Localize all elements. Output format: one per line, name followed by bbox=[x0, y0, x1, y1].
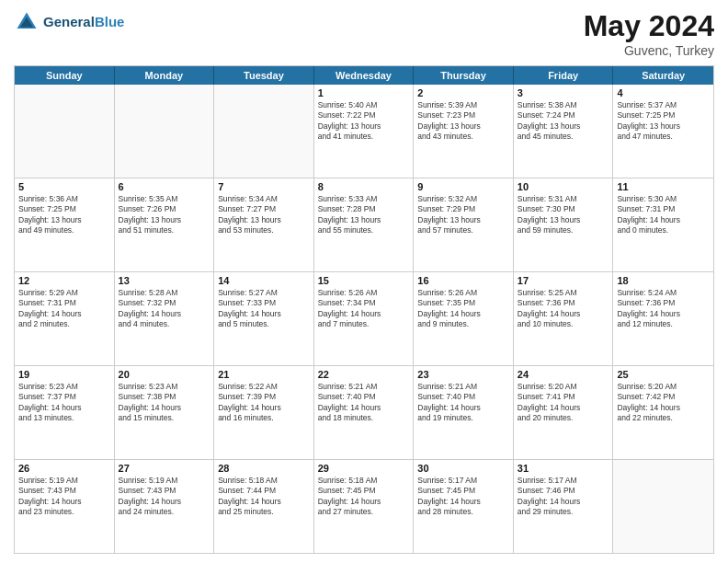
day-number: 23 bbox=[417, 369, 509, 380]
day-number: 2 bbox=[417, 87, 509, 98]
calendar-body: 1Sunrise: 5:40 AM Sunset: 7:22 PM Daylig… bbox=[15, 85, 713, 553]
calendar-row-2: 12Sunrise: 5:29 AM Sunset: 7:31 PM Dayli… bbox=[15, 271, 713, 365]
day-number: 17 bbox=[518, 275, 609, 286]
logo-icon bbox=[14, 9, 40, 35]
day-info: Sunrise: 5:19 AM Sunset: 7:43 PM Dayligh… bbox=[119, 476, 210, 518]
day-info: Sunrise: 5:26 AM Sunset: 7:34 PM Dayligh… bbox=[318, 288, 410, 330]
day-number: 19 bbox=[18, 369, 110, 380]
empty-cell bbox=[15, 85, 115, 178]
day-cell-22: 22Sunrise: 5:21 AM Sunset: 7:40 PM Dayli… bbox=[314, 366, 415, 459]
day-cell-16: 16Sunrise: 5:26 AM Sunset: 7:35 PM Dayli… bbox=[414, 272, 514, 365]
day-info: Sunrise: 5:34 AM Sunset: 7:27 PM Dayligh… bbox=[218, 194, 310, 236]
empty-cell bbox=[214, 85, 314, 178]
day-info: Sunrise: 5:32 AM Sunset: 7:29 PM Dayligh… bbox=[417, 194, 509, 236]
day-cell-9: 9Sunrise: 5:32 AM Sunset: 7:29 PM Daylig… bbox=[414, 178, 514, 271]
day-cell-10: 10Sunrise: 5:31 AM Sunset: 7:30 PM Dayli… bbox=[514, 178, 614, 271]
day-number: 21 bbox=[218, 369, 310, 380]
day-number: 29 bbox=[318, 463, 410, 474]
day-info: Sunrise: 5:33 AM Sunset: 7:28 PM Dayligh… bbox=[318, 194, 410, 236]
empty-cell bbox=[613, 460, 713, 553]
header-day-friday: Friday bbox=[514, 66, 614, 85]
day-cell-2: 2Sunrise: 5:39 AM Sunset: 7:23 PM Daylig… bbox=[414, 85, 514, 178]
day-number: 14 bbox=[218, 275, 310, 286]
day-info: Sunrise: 5:20 AM Sunset: 7:41 PM Dayligh… bbox=[518, 382, 609, 424]
day-info: Sunrise: 5:18 AM Sunset: 7:44 PM Dayligh… bbox=[218, 476, 310, 518]
empty-cell bbox=[115, 85, 215, 178]
day-number: 5 bbox=[18, 181, 110, 192]
day-info: Sunrise: 5:18 AM Sunset: 7:45 PM Dayligh… bbox=[318, 476, 410, 518]
day-cell-18: 18Sunrise: 5:24 AM Sunset: 7:36 PM Dayli… bbox=[613, 272, 713, 365]
month-year: May 2024 bbox=[584, 9, 714, 43]
day-number: 11 bbox=[617, 181, 710, 192]
day-cell-24: 24Sunrise: 5:20 AM Sunset: 7:41 PM Dayli… bbox=[514, 366, 614, 459]
day-number: 8 bbox=[318, 181, 410, 192]
day-cell-30: 30Sunrise: 5:17 AM Sunset: 7:45 PM Dayli… bbox=[414, 460, 514, 553]
day-cell-26: 26Sunrise: 5:19 AM Sunset: 7:43 PM Dayli… bbox=[15, 460, 115, 553]
day-number: 3 bbox=[518, 87, 609, 98]
day-number: 7 bbox=[218, 181, 310, 192]
logo: GeneralBlue bbox=[14, 9, 124, 35]
header-day-sunday: Sunday bbox=[15, 66, 115, 85]
day-info: Sunrise: 5:20 AM Sunset: 7:42 PM Dayligh… bbox=[617, 382, 710, 424]
calendar: SundayMondayTuesdayWednesdayThursdayFrid… bbox=[14, 65, 714, 554]
day-info: Sunrise: 5:25 AM Sunset: 7:36 PM Dayligh… bbox=[518, 288, 609, 330]
day-number: 24 bbox=[518, 369, 609, 380]
day-cell-6: 6Sunrise: 5:35 AM Sunset: 7:26 PM Daylig… bbox=[115, 178, 215, 271]
day-number: 10 bbox=[518, 181, 609, 192]
day-number: 30 bbox=[417, 463, 509, 474]
day-cell-21: 21Sunrise: 5:22 AM Sunset: 7:39 PM Dayli… bbox=[214, 366, 314, 459]
day-cell-23: 23Sunrise: 5:21 AM Sunset: 7:40 PM Dayli… bbox=[414, 366, 514, 459]
title-block: May 2024 Guvenc, Turkey bbox=[584, 9, 714, 58]
page: GeneralBlue May 2024 Guvenc, Turkey Sund… bbox=[0, 0, 728, 563]
day-number: 25 bbox=[617, 369, 710, 380]
day-cell-8: 8Sunrise: 5:33 AM Sunset: 7:28 PM Daylig… bbox=[314, 178, 415, 271]
day-number: 1 bbox=[318, 87, 410, 98]
day-info: Sunrise: 5:30 AM Sunset: 7:31 PM Dayligh… bbox=[617, 194, 710, 236]
day-cell-14: 14Sunrise: 5:27 AM Sunset: 7:33 PM Dayli… bbox=[214, 272, 314, 365]
day-info: Sunrise: 5:38 AM Sunset: 7:24 PM Dayligh… bbox=[518, 100, 609, 143]
day-cell-15: 15Sunrise: 5:26 AM Sunset: 7:34 PM Dayli… bbox=[314, 272, 415, 365]
day-cell-20: 20Sunrise: 5:23 AM Sunset: 7:38 PM Dayli… bbox=[115, 366, 215, 459]
header-day-thursday: Thursday bbox=[414, 66, 514, 85]
day-cell-31: 31Sunrise: 5:17 AM Sunset: 7:46 PM Dayli… bbox=[514, 460, 614, 553]
day-number: 4 bbox=[617, 87, 710, 98]
day-cell-19: 19Sunrise: 5:23 AM Sunset: 7:37 PM Dayli… bbox=[15, 366, 115, 459]
day-info: Sunrise: 5:29 AM Sunset: 7:31 PM Dayligh… bbox=[18, 288, 110, 330]
day-number: 15 bbox=[318, 275, 410, 286]
day-number: 6 bbox=[119, 181, 210, 192]
calendar-row-0: 1Sunrise: 5:40 AM Sunset: 7:22 PM Daylig… bbox=[15, 85, 713, 178]
day-info: Sunrise: 5:23 AM Sunset: 7:38 PM Dayligh… bbox=[119, 382, 210, 424]
day-number: 20 bbox=[119, 369, 210, 380]
day-info: Sunrise: 5:17 AM Sunset: 7:46 PM Dayligh… bbox=[518, 476, 609, 518]
day-info: Sunrise: 5:35 AM Sunset: 7:26 PM Dayligh… bbox=[119, 194, 210, 236]
day-info: Sunrise: 5:21 AM Sunset: 7:40 PM Dayligh… bbox=[417, 382, 509, 424]
calendar-header: SundayMondayTuesdayWednesdayThursdayFrid… bbox=[15, 66, 713, 85]
day-info: Sunrise: 5:26 AM Sunset: 7:35 PM Dayligh… bbox=[417, 288, 509, 330]
day-cell-29: 29Sunrise: 5:18 AM Sunset: 7:45 PM Dayli… bbox=[314, 460, 415, 553]
logo-text: GeneralBlue bbox=[43, 15, 124, 30]
day-number: 31 bbox=[518, 463, 609, 474]
day-info: Sunrise: 5:21 AM Sunset: 7:40 PM Dayligh… bbox=[318, 382, 410, 424]
header-day-monday: Monday bbox=[115, 66, 215, 85]
day-cell-13: 13Sunrise: 5:28 AM Sunset: 7:32 PM Dayli… bbox=[115, 272, 215, 365]
day-info: Sunrise: 5:39 AM Sunset: 7:23 PM Dayligh… bbox=[417, 100, 509, 143]
calendar-row-1: 5Sunrise: 5:36 AM Sunset: 7:25 PM Daylig… bbox=[15, 178, 713, 271]
day-cell-28: 28Sunrise: 5:18 AM Sunset: 7:44 PM Dayli… bbox=[214, 460, 314, 553]
day-number: 13 bbox=[119, 275, 210, 286]
day-info: Sunrise: 5:27 AM Sunset: 7:33 PM Dayligh… bbox=[218, 288, 310, 330]
day-info: Sunrise: 5:31 AM Sunset: 7:30 PM Dayligh… bbox=[518, 194, 609, 236]
day-cell-27: 27Sunrise: 5:19 AM Sunset: 7:43 PM Dayli… bbox=[115, 460, 215, 553]
day-number: 28 bbox=[218, 463, 310, 474]
day-info: Sunrise: 5:37 AM Sunset: 7:25 PM Dayligh… bbox=[617, 100, 710, 143]
day-info: Sunrise: 5:19 AM Sunset: 7:43 PM Dayligh… bbox=[18, 476, 110, 518]
header-day-wednesday: Wednesday bbox=[314, 66, 415, 85]
day-cell-5: 5Sunrise: 5:36 AM Sunset: 7:25 PM Daylig… bbox=[15, 178, 115, 271]
day-info: Sunrise: 5:17 AM Sunset: 7:45 PM Dayligh… bbox=[417, 476, 509, 518]
day-cell-12: 12Sunrise: 5:29 AM Sunset: 7:31 PM Dayli… bbox=[15, 272, 115, 365]
day-cell-17: 17Sunrise: 5:25 AM Sunset: 7:36 PM Dayli… bbox=[514, 272, 614, 365]
header: GeneralBlue May 2024 Guvenc, Turkey bbox=[14, 9, 714, 58]
day-cell-11: 11Sunrise: 5:30 AM Sunset: 7:31 PM Dayli… bbox=[613, 178, 713, 271]
day-cell-1: 1Sunrise: 5:40 AM Sunset: 7:22 PM Daylig… bbox=[314, 85, 415, 178]
calendar-row-4: 26Sunrise: 5:19 AM Sunset: 7:43 PM Dayli… bbox=[15, 459, 713, 553]
day-cell-25: 25Sunrise: 5:20 AM Sunset: 7:42 PM Dayli… bbox=[613, 366, 713, 459]
